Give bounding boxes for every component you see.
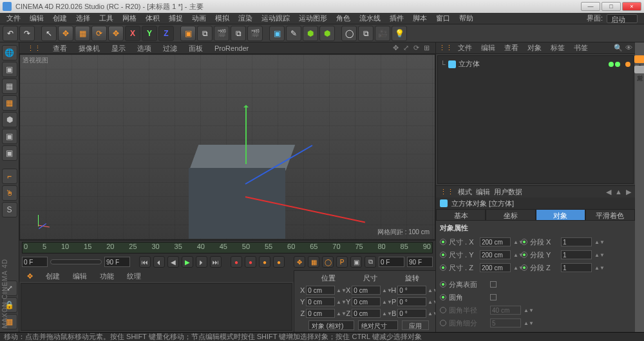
menu-character[interactable]: 角色 [332,14,354,23]
goto-end-button[interactable]: ⏭ [210,256,222,268]
menu-script[interactable]: 脚本 [409,14,431,23]
menu-mograph[interactable]: 运动图形 [295,14,331,23]
x-axis-button[interactable]: X [125,26,140,41]
menu-edit[interactable]: 编辑 [26,14,48,23]
layout-icon[interactable]: ⊞ [424,44,433,53]
record-button[interactable]: ● [231,256,242,268]
render-view-button[interactable]: ▣ [180,26,196,41]
om-bookmarks-tab[interactable]: 书签 [570,43,592,53]
coord-apply-button[interactable]: 应用 [402,320,429,330]
z-axis-button[interactable]: Z [158,26,174,41]
attr-mode-menu[interactable]: 模式 [458,187,472,197]
next-key-button[interactable]: ⏵ [196,256,207,268]
coord-size-Y[interactable]: 0 cm [352,297,381,306]
timeline-options-button[interactable]: ⧉ [365,256,376,268]
object-tree[interactable]: └ 立方体 [437,55,634,184]
coord-rot-P[interactable]: 0 ° [397,297,426,306]
attr-input[interactable]: 1 [561,250,592,259]
last-tool-button[interactable]: ✥ [108,26,124,41]
scale-button[interactable]: ▦ [75,26,90,41]
goto-start-button[interactable]: ⏮ [139,256,151,268]
attr-nav-back[interactable]: ◀ [606,188,611,196]
keyframe-pla-button[interactable]: ● [273,256,285,268]
search-icon[interactable]: 🔍 [614,44,623,52]
rotate-button[interactable]: ⟳ [91,26,107,41]
scale-key-button[interactable]: ▦ [308,256,319,268]
orbit-icon[interactable]: ⟳ [413,44,422,53]
attr-input[interactable]: 1 [561,263,592,272]
picture-viewer-button[interactable]: ⧉ [231,26,246,41]
material-manager[interactable] [21,283,292,331]
eye-icon[interactable]: 👁 [625,44,632,52]
coord-size-Z[interactable]: 0 cm [352,309,381,318]
timeline-start-input[interactable] [22,257,48,267]
zoom-icon[interactable]: ⤢ [403,44,412,53]
autokey-button[interactable]: ● [245,256,256,268]
timeline-end-input[interactable] [104,257,130,267]
viewport-filter[interactable]: 过滤 [158,43,182,53]
axis-mode-button[interactable]: ⌐ [2,169,17,184]
attr-input[interactable]: 200 cm [480,250,511,259]
viewport-options[interactable]: 选项 [132,43,156,53]
om-view-tab[interactable]: 查看 [500,43,522,53]
menu-file[interactable]: 文件 [3,14,24,23]
om-file-tab[interactable]: 文件 [454,43,476,53]
pos-key-button[interactable]: ✥ [294,256,305,268]
visibility-editor-icon[interactable] [609,62,614,67]
coord-size-mode-dropdown[interactable]: 绝对尺寸 [358,320,398,330]
attr-input[interactable]: 200 cm [480,237,511,246]
menu-volume[interactable]: 体积 [142,14,164,23]
dock-tab-content[interactable]: 内容 [634,55,644,63]
texture-mode-button[interactable]: ▦ [2,78,17,94]
workplane-mode-button[interactable]: ▦ [2,95,17,111]
attr-radio[interactable] [521,239,527,245]
snap-toggle-button[interactable]: S [2,202,17,217]
menu-simulate[interactable]: 模拟 [211,14,233,23]
grip-icon[interactable]: ⋮⋮ [439,44,453,52]
menu-select[interactable]: 选择 [72,14,94,23]
undo-button[interactable]: ↶ [3,26,18,41]
menu-animate[interactable]: 动画 [188,14,210,23]
param-key-button[interactable]: P [336,256,348,268]
object-mode-button[interactable]: ⬢ [2,112,17,127]
move-button[interactable]: ✥ [58,26,73,41]
close-button[interactable]: × [622,2,641,11]
camera-button[interactable]: 🎥 [375,26,390,41]
coord-pos-X[interactable]: 0 cm [306,286,335,295]
attr-radio[interactable] [521,264,527,271]
subdivision-button[interactable]: ⬢ [303,26,318,41]
attr-radio[interactable] [440,264,446,271]
deformer-button[interactable]: ◯ [341,26,357,41]
menu-motion-tracker[interactable]: 运动跟踪 [258,14,294,23]
menu-snap[interactable]: 捕捉 [165,14,187,23]
edge-mode-button[interactable]: ▣ [2,145,17,161]
menu-pipeline[interactable]: 流水线 [355,14,384,23]
tweak-mode-button[interactable]: 🖱 [2,185,17,201]
mat-edit-tab[interactable]: 编辑 [68,272,92,281]
attr-radio[interactable] [440,239,446,245]
menu-render[interactable]: 渲染 [234,14,256,23]
render-settings-button[interactable]: 🎬 [214,26,229,41]
timeline-slider[interactable] [50,259,102,264]
viewport-panel[interactable]: 面板 [184,43,208,53]
play-back-button[interactable]: ◀ [167,256,179,268]
mat-texture-tab[interactable]: 纹理 [122,272,146,281]
keyframe-sel-button[interactable]: ● [259,256,270,268]
coord-pos-Y[interactable]: 0 cm [306,297,335,306]
point-mode-button[interactable]: ▣ [2,129,17,144]
attr-radio[interactable] [440,320,446,326]
attr-nav-fwd[interactable]: ▶ [626,188,631,196]
prev-key-button[interactable]: ⏴ [153,256,165,268]
render-queue-button[interactable]: 🎬 [247,26,263,41]
om-objects-tab[interactable]: 对象 [524,43,545,53]
grip-icon[interactable]: ⋮⋮ [22,43,46,53]
om-edit-tab[interactable]: 编辑 [477,43,499,53]
make-editable-button[interactable]: 🌐 [2,45,17,60]
attr-checkbox[interactable] [490,281,497,288]
coord-rot-H[interactable]: 0 ° [397,286,426,295]
viewport[interactable]: 透视视图 网格间距 : 100 cm [19,54,435,240]
attr-userdata-menu[interactable]: 用户数据 [494,187,522,197]
maximize-button[interactable]: □ [601,2,621,11]
menu-window[interactable]: 窗口 [432,14,454,23]
render-region-button[interactable]: ⧉ [197,26,213,41]
